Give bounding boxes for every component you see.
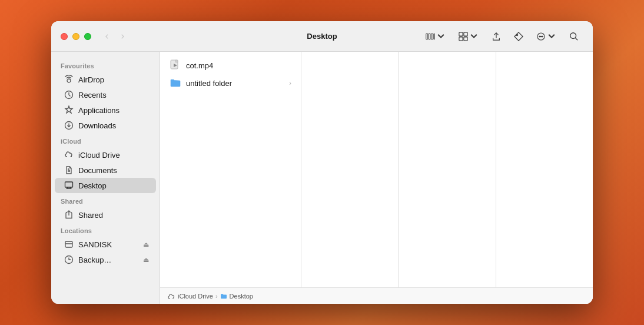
- sidebar-item-backup[interactable]: Backup… ⏏: [55, 252, 156, 267]
- shared-section-label: Shared: [51, 193, 160, 207]
- tag-button[interactable]: [509, 29, 528, 44]
- close-button[interactable]: [61, 33, 68, 40]
- sidebar-item-sandisk[interactable]: SANDISK ⏏: [55, 237, 156, 252]
- breadcrumb-sep: ›: [215, 293, 218, 300]
- traffic-lights: [61, 33, 91, 40]
- view-grid-button[interactable]: [454, 29, 483, 44]
- shared-label: Shared: [78, 211, 103, 220]
- sidebar-item-applications[interactable]: Applications: [55, 102, 156, 118]
- sandisk-eject[interactable]: ⏏: [143, 241, 149, 248]
- favourites-section-label: Favourites: [51, 58, 160, 72]
- window-title: Desktop: [307, 32, 337, 41]
- maximize-button[interactable]: [84, 33, 91, 40]
- sidebar-item-documents[interactable]: Documents: [55, 162, 156, 178]
- minimize-button[interactable]: [72, 33, 79, 40]
- finder-window: Desktop: [51, 21, 593, 304]
- applications-label: Applications: [78, 106, 119, 115]
- status-bar: iCloud Drive › Desktop: [160, 287, 593, 304]
- desktop-label: Desktop: [78, 181, 107, 190]
- svg-point-14: [67, 79, 71, 82]
- sandisk-label: SANDISK: [78, 240, 112, 249]
- documents-label: Documents: [78, 166, 117, 175]
- svg-rect-6: [459, 37, 463, 40]
- downloads-icon: [64, 121, 74, 130]
- breadcrumb-icloud[interactable]: iCloud Drive: [178, 293, 213, 300]
- svg-point-10: [539, 36, 540, 37]
- folder-arrow: ›: [289, 79, 291, 87]
- view-columns-button[interactable]: [421, 29, 450, 44]
- titlebar: Desktop: [51, 21, 593, 52]
- icloud-drive-label: iCloud Drive: [78, 151, 120, 160]
- svg-rect-7: [464, 37, 467, 40]
- applications-icon: [64, 105, 74, 115]
- documents-icon: [64, 165, 74, 175]
- sidebar-item-airdrop[interactable]: AirDrop: [55, 72, 156, 87]
- sandisk-icon: [64, 240, 74, 249]
- search-button[interactable]: [565, 29, 583, 44]
- shared-icon: [64, 210, 74, 220]
- file-item-untitled-folder[interactable]: untitled folder ›: [162, 74, 298, 92]
- cloud-icon: [64, 150, 74, 160]
- recents-label: Recents: [78, 91, 107, 100]
- file-column-second: [301, 52, 399, 287]
- file-columns: cot.mp4 untitled folder ›: [160, 52, 593, 287]
- svg-rect-5: [464, 32, 467, 35]
- svg-rect-2: [431, 33, 433, 39]
- share-button[interactable]: [487, 29, 506, 44]
- main-content: Favourites AirDrop Recents: [51, 52, 593, 304]
- sidebar-item-downloads[interactable]: Downloads: [55, 118, 156, 133]
- folder-icon: [170, 77, 181, 89]
- toolbar-right: [421, 29, 583, 44]
- svg-point-8: [516, 34, 518, 36]
- svg-rect-1: [429, 33, 430, 39]
- svg-rect-23: [175, 60, 178, 62]
- file-column-third: [399, 52, 496, 287]
- locations-section-label: Locations: [51, 223, 160, 237]
- file-column-main: cot.mp4 untitled folder ›: [160, 52, 301, 287]
- file-name-cot-mp4: cot.mp4: [186, 61, 213, 70]
- svg-rect-4: [459, 32, 463, 35]
- sidebar-item-shared[interactable]: Shared: [55, 207, 156, 223]
- backup-eject[interactable]: ⏏: [143, 256, 149, 264]
- backup-icon: [64, 255, 74, 264]
- icloud-section-label: iCloud: [51, 133, 160, 147]
- sidebar: Favourites AirDrop Recents: [51, 52, 160, 304]
- file-area: cot.mp4 untitled folder ›: [160, 52, 593, 304]
- svg-rect-0: [426, 33, 428, 39]
- breadcrumb-folder-icon: [220, 293, 227, 299]
- svg-point-11: [540, 36, 542, 37]
- airdrop-icon: [64, 75, 74, 84]
- downloads-label: Downloads: [78, 121, 116, 130]
- recents-icon: [64, 90, 74, 100]
- sidebar-item-desktop[interactable]: Desktop: [55, 178, 156, 193]
- airdrop-label: AirDrop: [78, 75, 104, 84]
- svg-rect-3: [434, 33, 434, 39]
- more-button[interactable]: [532, 29, 561, 44]
- backup-label: Backup…: [78, 256, 111, 264]
- svg-rect-18: [65, 241, 72, 247]
- breadcrumb-cloud-icon: [167, 293, 175, 299]
- svg-rect-17: [65, 182, 73, 187]
- file-name-untitled-folder: untitled folder: [186, 79, 232, 88]
- sidebar-item-recents[interactable]: Recents: [55, 87, 156, 102]
- video-file-icon: [170, 59, 181, 71]
- back-button[interactable]: [101, 31, 114, 42]
- breadcrumb-desktop[interactable]: Desktop: [230, 293, 253, 300]
- svg-point-13: [570, 32, 576, 38]
- nav-buttons: [101, 31, 129, 42]
- file-column-fourth: [496, 52, 593, 287]
- sidebar-item-icloud-drive[interactable]: iCloud Drive: [55, 147, 156, 162]
- file-item-cot-mp4[interactable]: cot.mp4: [162, 57, 298, 74]
- desktop-icon: [64, 181, 74, 190]
- svg-point-12: [542, 36, 543, 37]
- forward-button[interactable]: [116, 31, 129, 42]
